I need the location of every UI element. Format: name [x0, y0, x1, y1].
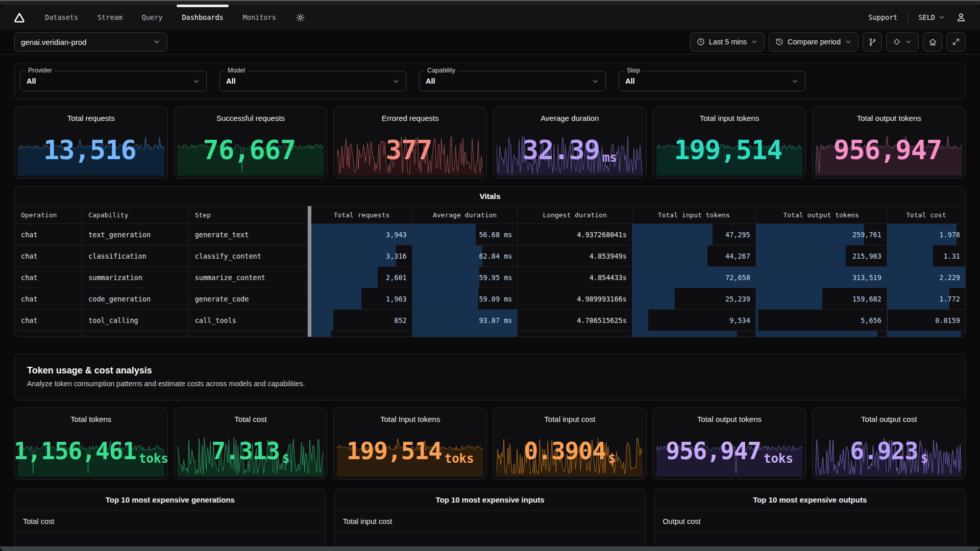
axiom-logo[interactable]: [13, 11, 26, 23]
value-bar: [756, 288, 822, 309]
window-top-edge: [0, 0, 980, 5]
nav-tab-datasets[interactable]: Datasets: [45, 5, 78, 30]
table-row[interactable]: chat classification classify_content 3,3…: [15, 245, 965, 266]
branch-icon: [868, 38, 877, 46]
kpi-value: 6.923$: [813, 408, 965, 479]
kpi-total-input-tokens[interactable]: Total Input tokens 199,514toks: [333, 408, 487, 480]
col-operation: Operation: [15, 207, 82, 223]
kpi-total-output-tokens[interactable]: Total output tokens 956,947toks: [653, 408, 806, 480]
compare-period-button[interactable]: Compare period: [769, 32, 859, 52]
filter-capability[interactable]: Capability All: [419, 71, 606, 91]
vitals-table: Operation Capability Step Total requests…: [15, 206, 965, 337]
panel-title: Top 10 most expensive inputs: [335, 489, 646, 511]
kpi-value: 956,947toks: [653, 408, 806, 479]
chevron-down-icon: [153, 38, 161, 46]
section-title: Token usage & cost analysis: [27, 365, 953, 376]
filter-step[interactable]: Step All: [619, 71, 805, 91]
home-button[interactable]: [923, 32, 942, 52]
kpi-value: 13,516: [15, 107, 167, 178]
column-resize-handle[interactable]: [308, 206, 311, 337]
table-row[interactable]: chat tool_calling call_tools 852 93.87 m…: [15, 309, 965, 331]
kpi-total-output-tokens[interactable]: Total output tokens 956,947: [812, 107, 966, 179]
value-bar: [311, 245, 396, 266]
panel-column-header: Total cost: [15, 511, 326, 533]
filter-label: Provider: [26, 67, 55, 74]
org-name: SELD: [918, 13, 935, 21]
value-bar: [412, 267, 479, 288]
nav-tab-dashboards[interactable]: Dashboards: [182, 5, 223, 30]
kpi-total-cost[interactable]: Total cost 7.313$: [174, 408, 328, 480]
nav-tab-monitors[interactable]: Monitors: [243, 5, 276, 30]
col-total-output-tokens: Total output tokens: [756, 207, 887, 223]
top10-outputs-panel: Top 10 most expensive outputs Output cos…: [654, 489, 966, 551]
diamond-icon: [893, 38, 901, 46]
value-bar: [887, 245, 933, 266]
org-switcher[interactable]: SELD: [918, 13, 945, 21]
top10-inputs-panel: Top 10 most expensive inputs Total input…: [334, 489, 646, 551]
value-bar: [412, 331, 518, 337]
kpi-total-input-tokens[interactable]: Total input tokens 199,514: [653, 107, 806, 179]
section-subtitle: Analyze token consumption patterns and e…: [27, 380, 953, 388]
fullscreen-button[interactable]: [946, 32, 966, 52]
panel-title: Top 10 most expensive generations: [15, 489, 326, 511]
value-bar: [887, 310, 888, 331]
kpi-value: 76,667: [175, 107, 327, 178]
kpi-average-duration[interactable]: Average duration 32.39ms: [493, 107, 647, 179]
filter-label: Step: [624, 67, 643, 74]
chevron-down-icon: [751, 38, 758, 45]
kpi-row-primary: Total requests 13,516 Successful request…: [14, 107, 966, 179]
gear-icon[interactable]: [296, 13, 305, 22]
kpi-successful-requests[interactable]: Successful requests 76,667: [174, 107, 328, 179]
kpi-total-requests[interactable]: Total requests 13,516: [14, 107, 168, 179]
filter-model[interactable]: Model All: [219, 71, 406, 91]
value-bar: [311, 331, 330, 337]
filter-provider[interactable]: Provider All: [20, 71, 207, 91]
home-icon: [928, 38, 937, 46]
person-icon[interactable]: [955, 12, 967, 23]
value-bar: [412, 224, 476, 245]
nav-tab-query[interactable]: Query: [142, 5, 163, 30]
filter-value: All: [625, 77, 791, 85]
kpi-errored-requests[interactable]: Errored requests 377: [333, 107, 487, 179]
value-bar: [632, 310, 649, 331]
table-row[interactable]: chat text_generation generate_text 3,943…: [15, 223, 965, 245]
dashboard-select[interactable]: genai.veridian-prod: [14, 32, 167, 52]
support-link[interactable]: Support: [869, 13, 898, 21]
history-icon: [775, 38, 783, 46]
nav-tab-stream[interactable]: Stream: [97, 5, 122, 30]
filter-label: Model: [225, 67, 248, 74]
time-range-button[interactable]: Last 5 mins: [690, 32, 765, 52]
chevron-down-icon: [192, 78, 200, 85]
panel-title: Top 10 most expensive outputs: [654, 489, 965, 511]
chevron-down-icon: [592, 78, 599, 85]
col-step: Step: [189, 207, 308, 223]
flow-button[interactable]: [863, 32, 882, 52]
compare-period-label: Compare period: [788, 38, 841, 46]
time-range-label: Last 5 mins: [709, 38, 747, 46]
variables-button[interactable]: [886, 32, 919, 52]
vitals-header-row: Operation Capability Step Total requests…: [15, 206, 965, 223]
table-row-clipped[interactable]: [15, 331, 965, 337]
col-average-duration: Average duration: [412, 207, 518, 223]
kpi-value: 199,514: [653, 107, 806, 178]
value-bar: [887, 331, 962, 337]
window-bottom-edge: [0, 546, 980, 551]
table-row[interactable]: chat summarization summarize_content 2,6…: [15, 266, 965, 288]
dashboard-toolbar: genai.veridian-prod Last 5 mins: [0, 30, 980, 55]
filter-value: All: [226, 77, 392, 85]
table-row[interactable]: chat code_generation generate_code 1,963…: [15, 288, 965, 309]
filters-panel: Provider All Model All Capability All St…: [14, 63, 966, 99]
vitals-title: Vitals: [15, 187, 965, 206]
value-bar: [412, 245, 483, 266]
top-nav: Datasets Stream Query Dashboards Monitor…: [0, 5, 980, 30]
kpi-total-output-cost[interactable]: Total output cost 6.923$: [812, 408, 966, 480]
kpi-row-tokens: Total tokens 1,156,461toks Total cost 7.…: [14, 408, 966, 480]
col-total-requests: Total requests: [311, 207, 412, 223]
kpi-total-input-cost[interactable]: Total input cost 0.3904$: [493, 408, 647, 480]
kpi-total-tokens[interactable]: Total tokens 1,156,461toks: [14, 408, 168, 480]
app-window: Datasets Stream Query Dashboards Monitor…: [0, 0, 980, 551]
kpi-value: 7.313$: [175, 408, 327, 479]
chevron-down-icon: [791, 78, 799, 85]
kpi-value: 956,947: [813, 107, 965, 178]
chevron-down-icon: [845, 38, 852, 45]
